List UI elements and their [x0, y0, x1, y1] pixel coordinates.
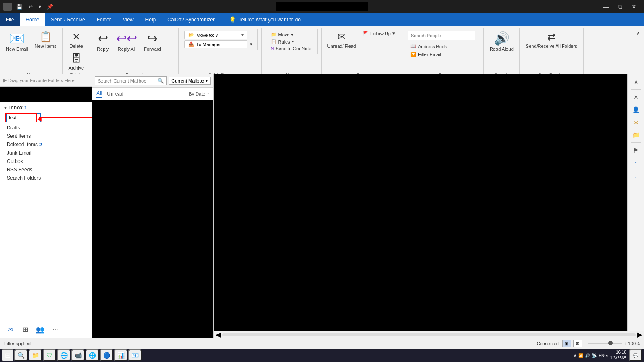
inbox-rename-input[interactable]	[7, 114, 40, 122]
reply-all-button[interactable]: ↩↩ Reply All	[114, 29, 140, 53]
qs-expand-button[interactable]: ▾	[247, 40, 255, 48]
taskbar-search-button[interactable]: 🔍	[14, 349, 28, 361]
ribbon-group-qs-content: 📂 Move to: ? ▾ 📤 To Manager ▾	[182, 29, 258, 72]
forward-button[interactable]: ↪ Forward	[141, 29, 163, 53]
hscroll-right-btn[interactable]: ▶	[637, 331, 642, 339]
taskbar-chevron[interactable]: ∧	[574, 353, 576, 358]
read-aloud-button[interactable]: 🔊 Read Aloud	[487, 29, 516, 53]
view-grid-button[interactable]: ⊞	[573, 340, 582, 347]
inbox-count: 1	[24, 105, 27, 110]
ribbon-group-move-content: 📁 Move ▾ 📋 Rules ▾ N Send to OneNote	[265, 29, 318, 72]
taskbar-folder-button[interactable]: 📁	[29, 349, 42, 361]
move-btn[interactable]: 📁 Move ▾	[268, 31, 314, 38]
taskbar-facetime-button[interactable]: 📹	[71, 349, 85, 361]
follow-up-button[interactable]: 🚩 Follow Up ▾	[360, 29, 397, 37]
menu-help[interactable]: Help	[140, 13, 162, 26]
new-email-button[interactable]: 📧 New Email	[3, 29, 31, 53]
send-receive-all-icon: ⇄	[547, 31, 556, 43]
ribbon-collapse-button[interactable]: ∧	[634, 29, 642, 37]
menu-home[interactable]: Home	[20, 13, 45, 26]
menu-send-receive[interactable]: Send / Receive	[45, 13, 91, 26]
new-items-icon: 📋	[39, 31, 52, 43]
undo-button[interactable]: ↩	[26, 3, 35, 10]
menu-folder[interactable]: Folder	[91, 13, 117, 26]
sidebar-item-rss[interactable]: RSS Feeds	[0, 165, 92, 174]
reply-button[interactable]: ↩ Reply	[93, 29, 112, 53]
address-book-button[interactable]: 📖 Address Book	[408, 42, 476, 50]
save-button[interactable]: 💾	[14, 3, 25, 10]
reading-flag-button[interactable]: ⚑	[629, 145, 643, 156]
nav-more-button[interactable]: ···	[49, 323, 62, 336]
filter-unread-tab[interactable]: Unread	[107, 90, 123, 98]
taskbar-browser-button[interactable]: 🌐	[86, 349, 99, 361]
search-input[interactable]	[98, 78, 158, 83]
zoom-slider[interactable]	[588, 343, 622, 344]
unread-read-button[interactable]: ✉ Unread/ Read	[325, 29, 359, 50]
sidebar: ▶ Drag your Favorite Folders Here ▼ Inbo…	[0, 74, 92, 338]
sidebar-item-sent[interactable]: Sent Items	[0, 132, 92, 140]
reading-up-button[interactable]: ↑	[629, 157, 643, 169]
read-aloud-label: Read Aloud	[490, 47, 514, 52]
reading-close-button[interactable]: ✕	[629, 91, 643, 103]
address-book-label: Address Book	[418, 44, 447, 49]
dropdown-button[interactable]: ▾	[36, 3, 43, 10]
nav-people-button[interactable]: 👥	[34, 323, 47, 336]
filter-all-tab[interactable]: All	[96, 90, 102, 98]
filter-email-icon: 🔽	[410, 52, 416, 57]
taskbar-chrome-button[interactable]: 🔵	[100, 349, 113, 361]
filter-email-button[interactable]: 🔽 Filter Email	[408, 50, 476, 58]
view-single-button[interactable]: ▣	[562, 340, 571, 347]
move-to-button[interactable]: 📂 Move to: ? ▾	[184, 31, 247, 39]
nav-mail-button[interactable]: ✉	[3, 323, 17, 336]
menu-caldav[interactable]: CalDav Synchronizer	[161, 13, 221, 26]
delete-button[interactable]: ✕ Delete	[66, 29, 87, 50]
taskbar-shield-button[interactable]: 🛡	[43, 349, 56, 361]
archive-button[interactable]: 🗄 Archive	[66, 51, 87, 72]
more-respond-button[interactable]: ⋯	[165, 29, 175, 37]
menu-view[interactable]: View	[117, 13, 140, 26]
close-button[interactable]: ✕	[627, 3, 641, 11]
zoom-plus-icon[interactable]: +	[623, 341, 626, 346]
zoom-minus-icon[interactable]: −	[584, 341, 587, 346]
start-button[interactable]: ⊞	[2, 349, 13, 361]
minimize-button[interactable]: —	[599, 3, 613, 11]
filter-sort[interactable]: By Date ↑	[189, 91, 209, 96]
taskbar-edge-button[interactable]: 🌐	[57, 349, 70, 361]
fav-collapse-icon[interactable]: ▶	[3, 78, 7, 83]
sidebar-item-inbox[interactable]: ▼ Inbox 1	[0, 103, 92, 112]
to-manager-button[interactable]: 📤 To Manager	[184, 40, 247, 48]
hscroll-left-btn[interactable]: ◀	[216, 331, 221, 339]
quick-steps-col: 📂 Move to: ? ▾ 📤 To Manager	[184, 31, 247, 48]
right-sidebar: ∧ ✕ 👤 ✉ 📁 ⚑ ↑ ↓	[627, 74, 644, 331]
send-receive-all-button[interactable]: ⇄ Send/Receive All Folders	[523, 29, 580, 50]
taskbar-outlook-button[interactable]: 📧	[128, 349, 142, 361]
reading-mail-button[interactable]: ✉	[629, 116, 643, 128]
new-items-button[interactable]: 📋 New Items	[32, 29, 59, 50]
mailbox-dropdown[interactable]: Current Mailbox ▾	[169, 77, 211, 85]
pin-button[interactable]: 📌	[45, 3, 55, 10]
menu-file[interactable]: File	[0, 13, 20, 26]
onenote-btn[interactable]: N Send to OneNote	[268, 45, 314, 52]
reply-all-icon: ↩↩	[116, 31, 137, 46]
sidebar-item-junk[interactable]: Junk Email	[0, 149, 92, 157]
search-people-input[interactable]	[408, 31, 475, 40]
restore-button[interactable]: ⧉	[614, 3, 626, 11]
search-input-wrap[interactable]: 🔍	[95, 76, 167, 85]
taskbar-app-button[interactable]: 📊	[114, 349, 127, 361]
hscroll-track[interactable]	[222, 333, 636, 336]
sidebar-item-search-folders[interactable]: Search Folders	[0, 174, 92, 182]
search-hint-area[interactable]: 💡 Tell me what you want to do	[229, 13, 301, 26]
reading-person-button[interactable]: 👤	[629, 104, 643, 116]
inbox-collapse-icon[interactable]: ▼	[3, 106, 8, 110]
sidebar-item-deleted[interactable]: Deleted Items 2	[0, 140, 92, 149]
sidebar-item-outbox[interactable]: Outbox	[0, 157, 92, 165]
forward-icon: ↪	[147, 31, 158, 46]
nav-calendar-button[interactable]: ⊞	[18, 323, 32, 336]
reading-collapse-button[interactable]: ∧	[629, 76, 643, 88]
reading-down-button[interactable]: ↓	[629, 170, 643, 181]
rules-btn[interactable]: 📋 Rules ▾	[268, 38, 314, 45]
respond-extra: ⋯	[165, 29, 175, 37]
taskbar-notification-button[interactable]: 💬	[629, 349, 642, 361]
reading-folder-button[interactable]: 📁	[629, 129, 643, 141]
sidebar-item-drafts[interactable]: Drafts	[0, 124, 92, 132]
